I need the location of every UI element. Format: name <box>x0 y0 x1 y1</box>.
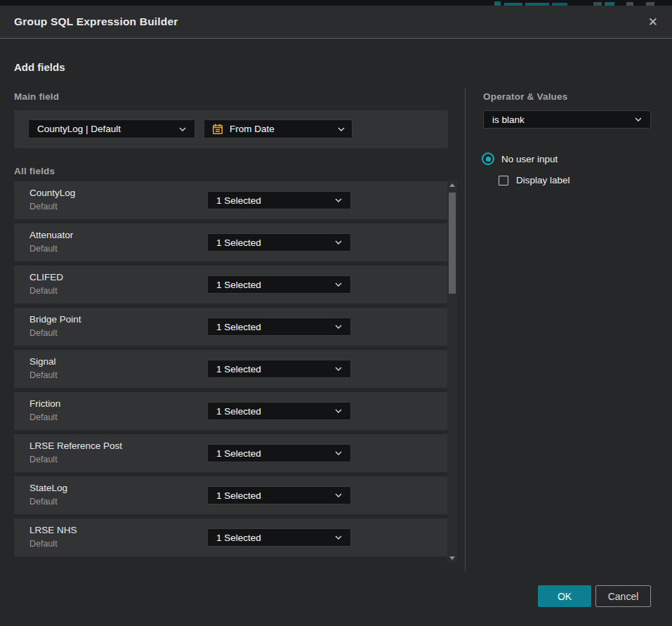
main-field-source-dropdown[interactable]: CountyLog | Default <box>28 119 195 138</box>
selection-dropdown-value: 1 Selected <box>216 364 261 374</box>
main-field-source-value: CountyLog | Default <box>37 124 121 134</box>
field-selection-dropdown[interactable]: 1 Selected <box>207 360 351 378</box>
chevron-down-icon <box>635 117 642 122</box>
display-label-option: Display label <box>499 175 570 185</box>
cancel-button[interactable]: Cancel <box>595 585 651 607</box>
scrollbar-thumb[interactable] <box>449 193 456 294</box>
field-alias: Default <box>29 539 58 549</box>
field-row: StateLog Default 1 Selected <box>14 476 448 514</box>
field-row: Friction Default 1 Selected <box>14 392 448 430</box>
chevron-down-icon <box>335 198 342 202</box>
field-row: Bridge Point Default 1 Selected <box>14 308 448 346</box>
field-alias: Default <box>29 497 58 507</box>
field-row: Signal Default 1 Selected <box>14 350 448 388</box>
main-field-field-value: From Date <box>230 124 275 134</box>
display-label-label: Display label <box>516 175 570 185</box>
selection-dropdown-value: 1 Selected <box>216 406 261 417</box>
main-field-panel: CountyLog | Default From Date <box>14 110 448 148</box>
field-selection-dropdown[interactable]: 1 Selected <box>207 191 351 209</box>
field-name: CLIFED <box>29 272 63 282</box>
selection-dropdown-value: 1 Selected <box>216 490 261 501</box>
field-name: LRSE NHS <box>29 525 77 535</box>
scroll-down-arrow-icon[interactable] <box>449 556 455 560</box>
calendar-icon <box>211 123 224 136</box>
field-selection-dropdown[interactable]: 1 Selected <box>207 486 351 504</box>
chevron-down-icon <box>335 282 342 287</box>
dialog-title: Group SQL Expression Builder <box>14 15 178 28</box>
chevron-down-icon <box>338 127 345 131</box>
chevron-down-icon <box>335 367 342 371</box>
field-row: CountyLog Default 1 Selected <box>14 181 448 219</box>
field-name: Bridge Point <box>29 314 81 325</box>
ok-button[interactable]: OK <box>538 585 591 607</box>
chevron-down-icon <box>335 493 342 497</box>
field-selection-dropdown[interactable]: 1 Selected <box>207 528 351 547</box>
fields-scrollbar[interactable] <box>447 180 457 563</box>
field-selection-dropdown[interactable]: 1 Selected <box>207 275 351 294</box>
field-alias: Default <box>29 455 58 464</box>
field-alias: Default <box>29 370 58 380</box>
chevron-down-icon <box>179 127 186 131</box>
operator-values-label: Operator & Values <box>483 91 567 102</box>
field-name: Friction <box>29 398 60 409</box>
field-selection-dropdown[interactable]: 1 Selected <box>207 318 351 336</box>
all-fields-list: CountyLog Default 1 Selected Attenuator … <box>14 181 448 561</box>
main-field-label: Main field <box>14 91 59 102</box>
scroll-up-arrow-icon[interactable] <box>449 183 455 187</box>
field-alias: Default <box>29 286 58 296</box>
field-name: StateLog <box>29 483 67 493</box>
chevron-down-icon <box>335 409 342 413</box>
no-user-input-label: No user input <box>501 154 558 164</box>
selection-dropdown-value: 1 Selected <box>216 533 261 543</box>
field-alias: Default <box>29 202 58 211</box>
chevron-down-icon <box>335 325 342 329</box>
field-selection-dropdown[interactable]: 1 Selected <box>207 444 351 462</box>
field-selection-dropdown[interactable]: 1 Selected <box>207 402 351 420</box>
panel-divider <box>465 88 466 571</box>
background-page-strip <box>0 0 672 6</box>
chevron-down-icon <box>335 451 342 455</box>
close-icon[interactable]: ✕ <box>647 15 659 30</box>
dialog-title-bar: Group SQL Expression Builder ✕ <box>0 6 672 39</box>
field-alias: Default <box>29 412 58 422</box>
field-alias: Default <box>29 244 58 254</box>
field-row: Attenuator Default 1 Selected <box>14 223 448 261</box>
chevron-down-icon <box>335 240 342 244</box>
operator-dropdown-value: is blank <box>492 115 525 125</box>
radio-dot <box>486 157 491 162</box>
main-field-field-dropdown[interactable]: From Date <box>204 119 353 138</box>
all-fields-label: All fields <box>14 166 55 176</box>
chevron-down-icon <box>335 535 342 540</box>
field-name: LRSE Reference Post <box>29 441 122 451</box>
selection-dropdown-value: 1 Selected <box>216 237 261 248</box>
field-name: Attenuator <box>29 230 73 240</box>
field-alias: Default <box>29 328 58 338</box>
selection-dropdown-value: 1 Selected <box>216 322 261 332</box>
radio-button-checked[interactable] <box>482 152 494 165</box>
checkbox-unchecked[interactable] <box>499 176 508 185</box>
selection-dropdown-value: 1 Selected <box>216 280 261 290</box>
field-row: CLIFED Default 1 Selected <box>14 266 448 304</box>
field-selection-dropdown[interactable]: 1 Selected <box>207 233 351 252</box>
field-name: CountyLog <box>29 188 75 198</box>
add-fields-heading: Add fields <box>14 61 65 73</box>
field-row: LRSE NHS Default 1 Selected <box>14 519 448 556</box>
no-user-input-option: No user input <box>482 152 558 165</box>
field-name: Signal <box>29 356 56 367</box>
sql-expression-builder-dialog: Group SQL Expression Builder ✕ Add field… <box>0 6 672 626</box>
selection-dropdown-value: 1 Selected <box>216 195 261 206</box>
selection-dropdown-value: 1 Selected <box>216 448 261 459</box>
field-row: LRSE Reference Post Default 1 Selected <box>14 434 448 472</box>
operator-dropdown[interactable]: is blank <box>483 110 651 129</box>
